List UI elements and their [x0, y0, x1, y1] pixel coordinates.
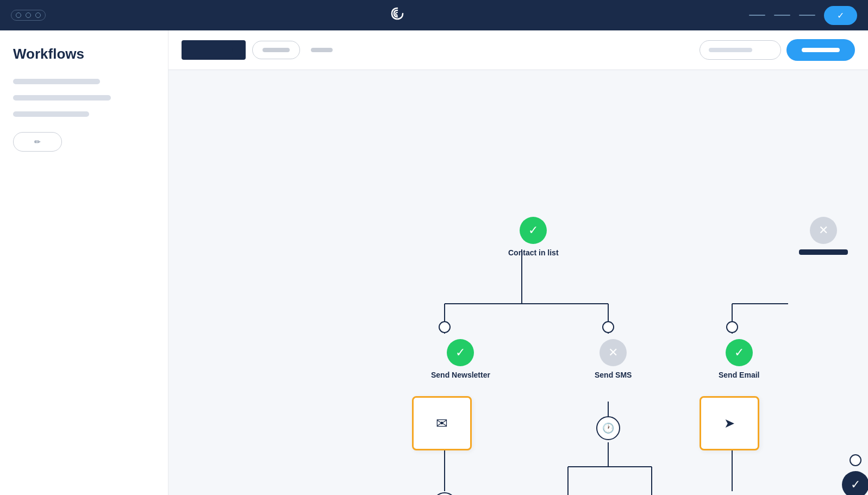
newsletter-empty-circle: [439, 321, 451, 333]
tree-connectors: [190, 86, 788, 495]
navbar-right: ✓: [749, 6, 857, 25]
tab-text-line: [311, 48, 333, 52]
sidebar-item-3: [13, 111, 89, 117]
send-sms-node[interactable]: ✕ Send SMS: [595, 339, 632, 379]
root-check-icon: ✓: [520, 217, 547, 244]
tab-text[interactable]: [307, 46, 337, 54]
send-email-node[interactable]: ✓ Send Email: [719, 339, 759, 379]
confirm-button[interactable]: ✓: [824, 6, 857, 25]
navbar: ✓: [0, 0, 868, 30]
nav-controls[interactable]: [11, 10, 46, 21]
tabs-right: [700, 39, 855, 61]
email-label: Send Email: [719, 371, 759, 379]
navbar-left: [11, 10, 46, 21]
edit-icon: ✏: [34, 137, 41, 146]
nav-dot-2: [26, 12, 31, 18]
workflow-container: ✓ Contact in list ✕ ✓ Send Newsletter: [190, 86, 788, 495]
newsletter-clock-icon: 🕐: [433, 492, 457, 495]
search-box[interactable]: [700, 40, 781, 60]
newsletter-label: Send Newsletter: [431, 371, 490, 379]
right-top-label-bar: [799, 249, 848, 255]
nav-line-1: [749, 15, 765, 16]
email-empty-circle: [726, 321, 738, 333]
sms-clock[interactable]: 🕐: [596, 416, 620, 440]
sms-empty-circle: [602, 321, 614, 333]
sidebar: Workflows ✏: [0, 30, 168, 495]
sms-x-icon: ✕: [600, 339, 627, 366]
app-logo: [390, 6, 405, 24]
newsletter-card-icon: ✉: [412, 396, 472, 450]
email-card[interactable]: ➤: [700, 396, 759, 450]
sms-clock-icon: 🕐: [596, 416, 620, 440]
right-sub-left-node[interactable]: ✓: [842, 471, 868, 495]
nav-dot-3: [35, 12, 41, 18]
right-top-node[interactable]: ✕: [799, 217, 848, 255]
sidebar-title: Workflows: [13, 46, 155, 62]
newsletter-check-icon: ✓: [447, 339, 474, 366]
right-sub-left-circle: [850, 454, 861, 466]
send-newsletter-node[interactable]: ✓ Send Newsletter: [431, 339, 490, 379]
right-top-x-icon: ✕: [810, 217, 837, 244]
action-button[interactable]: [786, 39, 855, 61]
email-card-icon: ➤: [700, 396, 759, 450]
tab-active-line: [195, 48, 233, 52]
newsletter-card[interactable]: ✉: [412, 396, 472, 450]
email-check-icon: ✓: [726, 339, 753, 366]
send-sms-branch: [602, 321, 614, 333]
tabs-bar: [168, 30, 868, 70]
nav-dot-1: [16, 12, 21, 18]
main-layout: Workflows ✏: [0, 30, 868, 495]
search-placeholder: [709, 48, 752, 52]
send-email-branch: [726, 321, 738, 333]
sidebar-edit-button[interactable]: ✏: [13, 132, 62, 152]
tab-inactive-line-1: [263, 48, 290, 52]
tab-inactive-1[interactable]: [252, 41, 300, 59]
root-node[interactable]: ✓ Contact in list: [508, 217, 559, 257]
right-sub-left-check: ✓: [842, 471, 868, 495]
root-label: Contact in list: [508, 248, 559, 257]
nav-line-2: [774, 15, 790, 16]
sidebar-item-1: [13, 79, 100, 84]
sms-label: Send SMS: [595, 371, 632, 379]
tab-active[interactable]: [182, 40, 246, 60]
send-newsletter-branch: [439, 321, 451, 333]
workflow-canvas: ✓ Contact in list ✕ ✓ Send Newsletter: [168, 70, 868, 495]
sidebar-item-2: [13, 95, 111, 101]
action-btn-line: [802, 48, 840, 52]
nav-line-3: [799, 15, 815, 16]
newsletter-clock[interactable]: 🕐: [433, 492, 457, 495]
content-area: ✓ Contact in list ✕ ✓ Send Newsletter: [168, 30, 868, 495]
right-sub-left-branch: [850, 454, 861, 466]
